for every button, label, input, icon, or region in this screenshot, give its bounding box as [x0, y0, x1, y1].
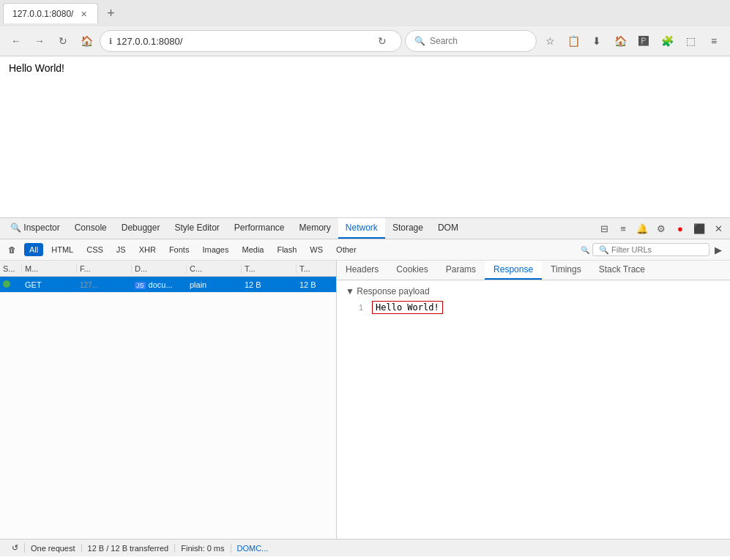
status-bar: ↺ One request 12 B / 12 B transferred Fi…: [0, 539, 730, 556]
dom-link[interactable]: DOMC...: [237, 544, 269, 553]
tab-inspector[interactable]: 🔍 Inspector: [3, 218, 67, 239]
th-domain: D...: [132, 264, 187, 273]
detail-tab-timings[interactable]: Timings: [542, 261, 590, 280]
detail-tab-bar: Headers Cookies Params Response Timings …: [337, 261, 730, 280]
th-file: F...: [77, 264, 132, 273]
tab-performance[interactable]: Performance: [227, 218, 292, 239]
bookmark-button[interactable]: ☆: [540, 31, 560, 51]
response-payload-header: ▼ Response payload: [340, 283, 727, 299]
browser-chrome: 127.0.0.1:8080/ × + ← → ↻ 🏠 ℹ 127.0.0.1:…: [0, 0, 730, 56]
tab-console[interactable]: Console: [67, 218, 114, 239]
status-dot-green: [3, 280, 10, 288]
devtools-controls: ⊟ ≡ 🔔 ⚙ ● ⬛ ✕: [595, 220, 727, 237]
extensions-button[interactable]: 🧩: [657, 31, 677, 51]
settings-button[interactable]: ⚙: [652, 220, 670, 237]
inspector-label: Inspector: [23, 223, 59, 233]
filter-media-button[interactable]: Media: [236, 243, 269, 256]
tab-debugger[interactable]: Debugger: [114, 218, 168, 239]
status-refresh-icon: ↺: [6, 543, 25, 553]
network-filter-bar: 🗑 All HTML CSS JS XHR Fonts Images Media…: [0, 239, 730, 261]
dock-button[interactable]: ⬛: [690, 220, 708, 237]
new-tab-button[interactable]: +: [101, 3, 122, 23]
filter-expand-button[interactable]: ▶: [709, 241, 727, 258]
td-type: 12 B: [242, 280, 297, 289]
forward-button[interactable]: →: [29, 31, 50, 51]
detail-tab-headers[interactable]: Headers: [337, 261, 387, 280]
notification-button[interactable]: 🔔: [633, 220, 651, 237]
performance-label: Performance: [234, 223, 285, 233]
detail-tab-stack-trace[interactable]: Stack Trace: [590, 261, 654, 280]
status-dom-link[interactable]: DOMC...: [231, 544, 275, 553]
filter-images-button[interactable]: Images: [197, 243, 234, 256]
network-requests-panel: S... M... F... D... C... T... T... Si 0 …: [0, 261, 337, 539]
tab-bar: 127.0.0.1:8080/ × +: [0, 0, 730, 26]
close-panel-red-button[interactable]: ●: [671, 220, 689, 237]
filter-xhr-button[interactable]: XHR: [134, 243, 161, 256]
filter-js-button[interactable]: JS: [111, 243, 131, 256]
debugger-label: Debugger: [122, 223, 160, 233]
th-type: T...: [242, 264, 297, 273]
tab-title: 127.0.0.1:8080/: [12, 9, 73, 19]
detail-tab-cookies[interactable]: Cookies: [387, 261, 436, 280]
screenshots-button[interactable]: ⬚: [680, 31, 701, 51]
search-input[interactable]: [430, 36, 527, 46]
home-toolbar-button[interactable]: 🏠: [610, 31, 630, 51]
page-text: Hello World!: [9, 62, 64, 74]
storage-label: Storage: [392, 223, 423, 233]
filter-css-button[interactable]: CSS: [81, 243, 108, 256]
inspector-icon: 🔍: [10, 223, 21, 233]
clear-network-button[interactable]: 🗑: [3, 243, 21, 256]
tab-dom[interactable]: DOM: [431, 218, 466, 239]
tab-network[interactable]: Network: [338, 218, 385, 239]
url-bar[interactable]: ℹ 127.0.0.1:8080/ ↻: [100, 30, 402, 52]
filter-fonts-button[interactable]: Fonts: [164, 243, 195, 256]
filter-other-button[interactable]: Other: [331, 243, 362, 256]
download-button[interactable]: ⬇: [586, 31, 607, 51]
filter-icon: 🔍: [581, 246, 589, 254]
secure-icon: ℹ: [109, 37, 112, 46]
td-status: [0, 280, 22, 289]
tab-close-button[interactable]: ×: [79, 9, 88, 19]
detail-tab-params[interactable]: Params: [437, 261, 485, 280]
reload-url-button[interactable]: ↻: [372, 31, 392, 51]
detail-content: ▼ Response payload 1 Hello World!: [337, 280, 730, 318]
filter-ws-button[interactable]: WS: [305, 243, 328, 256]
status-finish: Finish: 0 ms: [175, 544, 231, 553]
pocket-button[interactable]: 🅿: [633, 31, 654, 51]
filter-url-input[interactable]: [592, 243, 709, 256]
reader-button[interactable]: 📋: [563, 31, 584, 51]
refresh-icon: ↺: [12, 543, 18, 552]
response-value: Hello World!: [372, 301, 443, 314]
table-row[interactable]: GET 127... JS docu... plain 12 B 12 B 0 …: [0, 277, 336, 293]
td-domain: JS docu...: [132, 280, 187, 289]
search-box[interactable]: 🔍: [405, 30, 537, 52]
filter-url-container: 🔍 ▶: [581, 241, 727, 258]
tab-style-editor[interactable]: Style Editor: [167, 218, 226, 239]
status-request-count: One request: [25, 544, 82, 553]
close-devtools-button[interactable]: ✕: [709, 220, 727, 237]
filter-all-button[interactable]: All: [24, 243, 43, 256]
devtools-tab-bar: 🔍 Inspector Console Debugger Style Edito…: [0, 218, 730, 239]
dom-label: DOM: [438, 223, 458, 233]
toolbar-icons: ☆ 📋 ⬇ 🏠 🅿 🧩 ⬚ ≡: [540, 31, 724, 51]
filter-html-button[interactable]: HTML: [46, 243, 78, 256]
home-button[interactable]: 🏠: [76, 31, 97, 51]
td-file: 127...: [77, 280, 132, 289]
td-transferred: 12 B: [297, 280, 337, 289]
tab-storage[interactable]: Storage: [385, 218, 431, 239]
url-text: 127.0.0.1:8080/: [116, 36, 368, 47]
back-button[interactable]: ←: [6, 31, 26, 51]
reload-button[interactable]: ↻: [53, 31, 73, 51]
devtools-panel: 🔍 Inspector Console Debugger Style Edito…: [0, 217, 730, 556]
tab-memory[interactable]: Memory: [292, 218, 338, 239]
memory-label: Memory: [299, 223, 331, 233]
filter-flash-button[interactable]: Flash: [272, 243, 302, 256]
split-view-button[interactable]: ⊟: [595, 220, 613, 237]
page-content: Hello World!: [0, 56, 730, 217]
status-transfer: 12 B / 12 B transferred: [82, 544, 176, 553]
menu-button[interactable]: ≡: [704, 31, 724, 51]
active-tab[interactable]: 127.0.0.1:8080/ ×: [3, 3, 98, 23]
console-label: Console: [75, 223, 107, 233]
detail-tab-response[interactable]: Response: [485, 261, 542, 280]
console-toggle-button[interactable]: ≡: [614, 220, 632, 237]
